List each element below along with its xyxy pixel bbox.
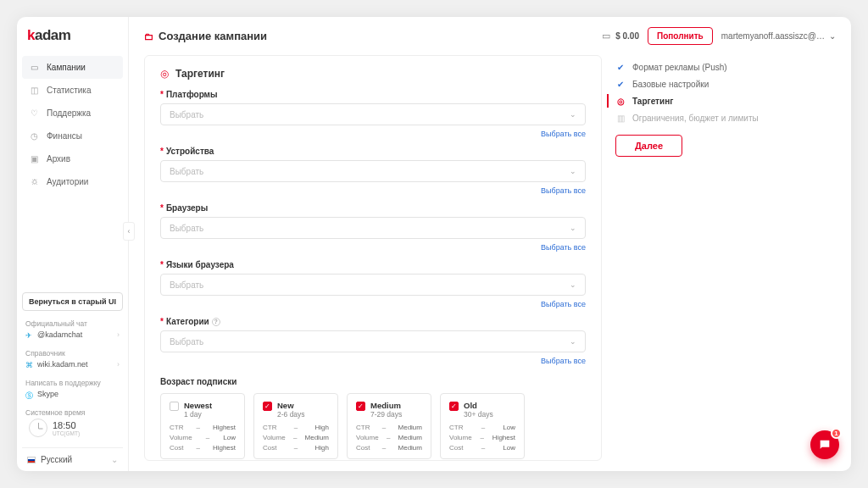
nav-list: ▭ Кампании ◫ Статистика ♡ Поддержка ◷ Фи… [22, 56, 123, 193]
platforms-select-all[interactable]: Выбрать все [541, 130, 586, 138]
collapse-sidebar-button[interactable]: ‹ [123, 222, 135, 241]
nav-label: Архив [47, 154, 70, 164]
check-icon: ✔ [615, 79, 626, 89]
topbar: 🗀 Создание кампании ▭ $ 0.00 Пополнить m… [129, 17, 851, 55]
chat-block[interactable]: Официальный чат ✈ @kadamchat › [22, 318, 123, 341]
platforms-label: Платформы [166, 90, 218, 99]
step-format[interactable]: ✔ Формат рекламы (Push) [615, 58, 776, 75]
panel-title: Таргетинг [175, 68, 225, 80]
nav-campaigns[interactable]: ▭ Кампании [22, 56, 123, 79]
age-card-sub: 7-29 days [370, 410, 402, 419]
checkbox-icon[interactable]: ✓ [263, 402, 272, 411]
chat-icon [818, 438, 832, 452]
step-targeting[interactable]: ◎ Таргетинг [615, 92, 776, 109]
browsers-select-all[interactable]: Выбрать все [541, 243, 586, 252]
platforms-field: *Платформы Выбрать ⌄ Выбрать все [160, 90, 586, 138]
chat-bubble[interactable]: 1 [810, 430, 839, 459]
next-button[interactable]: Далее [615, 135, 682, 157]
age-card-title: Medium [370, 401, 402, 410]
nav-support[interactable]: ♡ Поддержка [22, 102, 123, 125]
select-placeholder: Выбрать [170, 167, 203, 176]
audience-icon: ⛭ [29, 176, 40, 187]
devices-label: Устройства [166, 147, 214, 156]
age-card-sub: 2-6 days [277, 410, 305, 419]
select-placeholder: Выбрать [170, 224, 203, 233]
age-card-medium[interactable]: ✓ Medium 7-29 days CTR–Medium Volume–Med… [347, 393, 431, 459]
chevron-down-icon: ⌄ [570, 280, 576, 289]
select-placeholder: Выбрать [170, 110, 203, 119]
help-icon[interactable]: ? [212, 318, 220, 326]
support-block[interactable]: Написать в поддержку Ⓢ Skype [22, 377, 123, 400]
nav-label: Финансы [47, 131, 82, 141]
nav-archive[interactable]: ▣ Архив [22, 147, 123, 170]
browsers-select[interactable]: Выбрать ⌄ [160, 217, 586, 239]
time-block: Системное время 18:50 UTC(GMT) [22, 407, 123, 441]
telegram-icon: ✈ [25, 331, 33, 339]
support-link: Skype [37, 390, 58, 398]
old-ui-button[interactable]: Вернуться в старый UI [22, 292, 123, 311]
steps-nav: ✔ Формат рекламы (Push) ✔ Базовые настро… [615, 55, 776, 461]
subscription-age: Возраст подписки Newest 1 day [160, 377, 586, 459]
sidebar: kadam ▭ Кампании ◫ Статистика ♡ Поддержк… [17, 17, 129, 471]
age-card-new[interactable]: ✓ New 2-6 days CTR–High Volume–Medium Co… [253, 393, 338, 459]
support-icon: ♡ [29, 108, 40, 119]
platforms-select[interactable]: Выбрать ⌄ [160, 103, 586, 125]
user-email: martemyanoff.aassiszc@… [721, 31, 825, 41]
checkbox-icon[interactable] [170, 402, 179, 411]
language-label: Русский [41, 455, 72, 464]
age-label: Возраст подписки [160, 377, 586, 386]
age-card-title: Old [464, 401, 493, 410]
categories-select-all[interactable]: Выбрать все [541, 357, 586, 365]
main: 🗀 Создание кампании ▭ $ 0.00 Пополнить m… [129, 17, 851, 471]
age-card-newest[interactable]: Newest 1 day CTR–Highest Volume–Low Cost… [160, 393, 245, 459]
langs-field: *Языки браузера Выбрать ⌄ Выбрать все [160, 260, 586, 308]
browsers-field: *Браузеры Выбрать ⌄ Выбрать все [160, 203, 586, 252]
wiki-label: Справочник [25, 349, 120, 358]
nav-label: Поддержка [47, 108, 91, 118]
checkbox-icon[interactable]: ✓ [356, 402, 365, 411]
flag-ru-icon [27, 457, 36, 463]
wiki-link: wiki.kadam.net [37, 360, 88, 369]
devices-select[interactable]: Выбрать ⌄ [160, 160, 586, 182]
age-card-old[interactable]: ✓ Old 30+ days CTR–Low Volume–Highest Co… [440, 393, 525, 459]
time-label: Системное время [25, 408, 120, 417]
step-limits[interactable]: ▥ Ограничения, бюджет и лимиты [615, 109, 776, 126]
refill-button[interactable]: Пополнить [648, 27, 713, 45]
step-label: Базовые настройки [632, 80, 709, 89]
step-label: Ограничения, бюджет и лимиты [632, 114, 759, 123]
breadcrumb: 🗀 Создание кампании [144, 30, 267, 42]
age-card-sub: 1 day [184, 410, 212, 419]
categories-select[interactable]: Выбрать ⌄ [160, 330, 586, 352]
chevron-down-icon: ⌄ [570, 224, 576, 232]
clock-icon [29, 419, 47, 437]
devices-field: *Устройства Выбрать ⌄ Выбрать все [160, 147, 586, 195]
link-icon: ⌘ [25, 361, 33, 369]
devices-select-all[interactable]: Выбрать все [541, 186, 586, 195]
balance-value: $ 0.00 [615, 31, 639, 41]
wiki-block[interactable]: Справочник ⌘ wiki.kadam.net › [22, 347, 123, 370]
chat-badge: 1 [831, 428, 842, 439]
archive-icon: ▣ [29, 153, 40, 164]
categories-label: Категории [166, 317, 209, 326]
step-basic[interactable]: ✔ Базовые настройки [615, 75, 776, 92]
nav-statistics[interactable]: ◫ Статистика [22, 79, 123, 102]
stats-icon: ◫ [29, 85, 40, 96]
user-menu[interactable]: martemyanoff.aassiszc@… ⌄ [721, 31, 836, 41]
chevron-down-icon: ⌄ [829, 31, 836, 41]
breadcrumb-text: Создание кампании [159, 30, 267, 42]
nav-audiences[interactable]: ⛭ Аудитории [22, 170, 123, 193]
target-icon: ◎ [160, 68, 169, 80]
chat-label: Официальный чат [25, 319, 120, 328]
nav-label: Аудитории [47, 177, 88, 186]
chevron-right-icon: › [117, 330, 120, 339]
browsers-label: Браузеры [166, 203, 208, 213]
langs-label: Языки браузера [166, 260, 234, 269]
language-select[interactable]: Русский ⌄ [22, 447, 123, 464]
checkbox-icon[interactable]: ✓ [449, 402, 459, 411]
nav-finance[interactable]: ◷ Финансы [22, 125, 123, 147]
target-icon: ◎ [615, 96, 626, 106]
targeting-panel: ◎ Таргетинг *Платформы Выбрать ⌄ Выбрать… [144, 55, 602, 461]
folder-icon: ▭ [29, 62, 40, 73]
langs-select-all[interactable]: Выбрать все [541, 300, 586, 308]
langs-select[interactable]: Выбрать ⌄ [160, 274, 586, 296]
